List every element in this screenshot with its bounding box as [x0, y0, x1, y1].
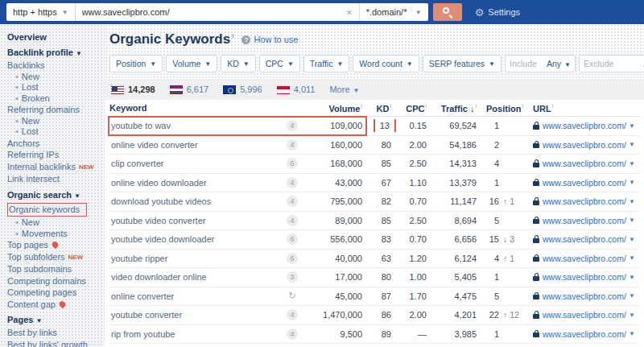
url-link[interactable]: www.saveclipbro.com/ — [543, 159, 626, 168]
bullet-icon: • — [15, 229, 19, 238]
filter-traffic-dropdown[interactable]: Traffic▼ — [303, 55, 350, 72]
settings-button[interactable]: ⚙ Settings — [475, 6, 520, 19]
url-expand-caret[interactable]: ▼ — [629, 217, 635, 224]
sidebar-item-internal-backlinks[interactable]: Internal backlinksNEW — [7, 161, 101, 174]
serp-features-badge[interactable]: 6 — [287, 158, 298, 169]
url-link[interactable]: www.saveclipbro.com/ — [543, 121, 626, 130]
how-to-use-link[interactable]: ? How to use — [242, 35, 298, 44]
url-expand-caret[interactable]: ▼ — [629, 141, 635, 148]
target-mode-dropdown[interactable]: *.domain/* ▼ — [359, 3, 428, 21]
url-expand-caret[interactable]: ▼ — [629, 179, 635, 186]
filter-word-count-dropdown[interactable]: Word count▼ — [353, 55, 419, 72]
sidebar-item-backlinks[interactable]: Backlinks — [7, 60, 101, 72]
url-expand-caret[interactable]: ▼ — [629, 236, 635, 243]
filter-kd-dropdown[interactable]: KD▼ — [221, 55, 256, 72]
serp-features-badge[interactable]: 6 — [287, 253, 298, 264]
sidebar-item-lost[interactable]: •Lost — [7, 126, 101, 138]
column-header-traffic[interactable]: Traffic ↓i — [431, 103, 481, 114]
url-expand-caret[interactable]: ▼ — [629, 312, 635, 319]
filter-serp-features-dropdown[interactable]: SERP features▼ — [423, 55, 502, 72]
sidebar-item-backlink-profile[interactable]: Backlink profile▼ — [7, 47, 101, 60]
column-header-volume[interactable]: Volumei — [306, 103, 367, 114]
country-tab-us[interactable]: 14,298 — [111, 85, 155, 94]
sidebar-item-best-by-links[interactable]: Best by links — [7, 327, 101, 339]
refresh-icon[interactable]: ↻ — [288, 291, 295, 301]
serp-features-badge[interactable]: 4 — [287, 177, 298, 188]
serp-features-badge[interactable]: 3 — [287, 271, 298, 283]
sidebar-item-top-pages[interactable]: Top pages — [7, 239, 101, 251]
country-tab-id[interactable]: 4,011 — [277, 85, 316, 94]
sidebar-item-referring-domains[interactable]: Referring domains — [7, 104, 101, 116]
url-expand-caret[interactable]: ▼ — [629, 254, 635, 262]
search-button[interactable] — [433, 3, 462, 21]
url-expand-caret[interactable]: ▼ — [629, 292, 635, 299]
cpc-cell: 2.00 — [396, 140, 431, 150]
sidebar-item-competing-domains[interactable]: Competing domains — [7, 275, 101, 287]
sidebar-item-top-subfolders[interactable]: Top subfoldersNEW — [7, 251, 101, 264]
cpc-cell: 1.70 — [396, 291, 431, 301]
sidebar-item-new[interactable]: •New — [7, 217, 101, 229]
sidebar-item-competing-pages[interactable]: Competing pages — [7, 287, 101, 299]
country-tab-eu[interactable]: 5,996 — [223, 85, 262, 94]
target-url-input[interactable] — [82, 7, 345, 17]
url-link[interactable]: www.saveclipbro.com/ — [543, 140, 626, 150]
column-header-cpc[interactable]: CPCi — [396, 103, 431, 114]
url-link[interactable]: www.saveclipbro.com/ — [543, 196, 626, 206]
country-tab-nl[interactable]: 6,617 — [170, 85, 209, 94]
url-link[interactable]: www.saveclipbro.com/ — [543, 272, 626, 282]
bullet-icon: • — [15, 217, 19, 227]
column-header-url[interactable]: URLi — [528, 103, 639, 114]
url-expand-caret[interactable]: ▼ — [629, 274, 635, 281]
serp-features-badge[interactable]: 4 — [287, 328, 298, 340]
sidebar-item-pages[interactable]: Pages▼ — [7, 314, 101, 327]
sidebar-item-movements[interactable]: •Movements — [7, 229, 101, 240]
url-link[interactable]: www.saveclipbro.com/ — [543, 310, 626, 320]
url-link[interactable]: www.saveclipbro.com/ — [543, 234, 626, 244]
sidebar-item-label: Referring IPs — [7, 150, 59, 159]
sidebar-item-anchors[interactable]: Anchors — [7, 138, 101, 150]
serp-features-badge[interactable]: 6 — [287, 233, 298, 245]
filter-volume-dropdown[interactable]: Volume▼ — [166, 55, 217, 72]
url-expand-caret[interactable]: ▼ — [629, 198, 635, 205]
serp-features-badge[interactable]: 4 — [287, 196, 298, 207]
url-link[interactable]: www.saveclipbro.com/ — [543, 216, 626, 225]
sidebar-item-link-intersect[interactable]: Link intersect — [7, 173, 101, 185]
url-link[interactable]: www.saveclipbro.com/ — [543, 329, 626, 339]
serp-features-badge[interactable]: 4 — [287, 120, 298, 131]
column-header-keyword[interactable]: Keyword — [109, 103, 306, 113]
sidebar-item-broken[interactable]: •Broken — [7, 93, 101, 105]
sidebar-item-best-by-links-growth[interactable]: Best by links' growth — [7, 339, 101, 347]
sidebar-item-overview[interactable]: Overview — [7, 31, 101, 43]
url-link[interactable]: www.saveclipbro.com/ — [543, 254, 626, 263]
url-link[interactable]: www.saveclipbro.com/ — [543, 178, 626, 188]
sidebar-item-new[interactable]: •New — [7, 116, 101, 127]
url-expand-caret[interactable]: ▼ — [629, 160, 635, 167]
sidebar-item-referring-ips[interactable]: Referring IPs — [7, 149, 101, 161]
url-expand-caret[interactable]: ▼ — [629, 122, 635, 130]
clear-input-icon[interactable]: × — [345, 6, 354, 19]
column-header-position[interactable]: Positioni — [481, 103, 528, 114]
sidebar-item-top-subdomains[interactable]: Top subdomains — [7, 263, 101, 275]
traffic-cell: 6,656 — [431, 234, 481, 244]
url-expand-caret[interactable]: ▼ — [629, 330, 635, 337]
serp-features-badge[interactable]: 4 — [287, 215, 298, 226]
exclude-input[interactable] — [584, 59, 643, 68]
more-countries-dropdown[interactable]: More▼ — [329, 85, 359, 94]
serp-features-badge[interactable]: 4 — [287, 139, 298, 151]
filter-cpc-dropdown[interactable]: CPC▼ — [259, 55, 300, 72]
column-header-kd[interactable]: KDi — [367, 103, 396, 114]
include-mode-dropdown[interactable]: Any▼ — [547, 59, 571, 68]
sidebar-item-new[interactable]: •New — [7, 72, 101, 83]
ahrefs-organic-keywords-page: http + https ▼ × *.domain/* ▼ ⚙ Settings… — [0, 0, 644, 347]
protocol-dropdown[interactable]: http + https ▼ — [6, 3, 76, 21]
lock-icon — [533, 181, 539, 186]
sidebar-item-organic-keywords[interactable]: Organic keywords — [7, 202, 101, 218]
filter-position-dropdown[interactable]: Position▼ — [109, 55, 163, 72]
sidebar-item-organic-search[interactable]: Organic search▼ — [7, 189, 101, 202]
serp-features-badge[interactable]: 4 — [287, 309, 298, 320]
sidebar-item-lost[interactable]: •Lost — [7, 82, 101, 93]
url-link[interactable]: www.saveclipbro.com/ — [543, 291, 626, 301]
sidebar-item-content-gap[interactable]: Content gap — [7, 299, 101, 311]
include-input[interactable] — [510, 59, 547, 68]
target-url-inputbox: × — [76, 3, 359, 21]
